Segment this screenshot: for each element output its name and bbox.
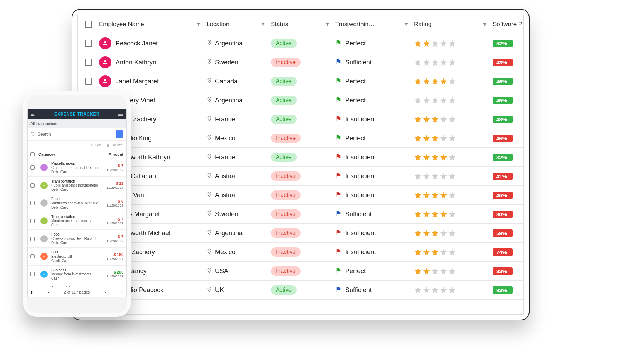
col-rating[interactable]: Rating: [414, 21, 493, 28]
options-icon[interactable]: [118, 111, 123, 117]
table-row[interactable]: Jack CallahanAustriaInactiveInsufficient…: [78, 167, 523, 186]
location-text: Mexico: [215, 248, 235, 256]
location-text: Sweden: [215, 59, 238, 66]
table-row[interactable]: Anton KathrynSwedenInactiveSufficient43%: [78, 53, 523, 72]
tx-header: Category Amount: [28, 150, 126, 159]
table-row[interactable]: Janet VanAustriaInactiveInsufficient46%: [78, 186, 523, 205]
list-item[interactable]: •BillsElectricity billCredit Card$ 18011…: [28, 248, 126, 266]
tx-checkbox[interactable]: [30, 237, 35, 241]
flag-icon: [335, 210, 342, 218]
filter-icon[interactable]: [403, 21, 409, 27]
pager-next[interactable]: ›: [104, 290, 106, 294]
table-row[interactable]: Fleet ZacheryMexicoInactiveInsufficient7…: [78, 243, 523, 262]
edit-button[interactable]: ✎ Edit: [90, 143, 101, 147]
pager-first[interactable]: |‹: [31, 290, 34, 294]
col-label: Status: [271, 21, 288, 28]
filter-icon[interactable]: [260, 21, 266, 27]
search-button[interactable]: [116, 130, 123, 138]
employee-name: Peacock Janet: [116, 40, 158, 47]
avatar: [99, 56, 111, 68]
delete-button[interactable]: 🗑 Delete: [106, 143, 123, 147]
location-text: USA: [215, 267, 228, 275]
menu-icon[interactable]: [30, 111, 36, 117]
pager-prev[interactable]: ‹: [48, 290, 49, 294]
table-row[interactable]: Davolio KingMexicoInactivePerfect46%: [78, 129, 523, 148]
table-row[interactable]: Dodsworth MichaelArgentinaInactiveInsuff…: [78, 224, 523, 243]
select-all-checkbox[interactable]: [85, 21, 92, 28]
location-pin-icon: [206, 210, 212, 219]
location-pin-icon: [206, 115, 212, 124]
rating-stars[interactable]: [414, 286, 493, 294]
flag-icon: [335, 229, 342, 237]
filter-icon[interactable]: [482, 21, 488, 27]
search-bar: [28, 128, 126, 141]
tx-checkbox[interactable]: [30, 183, 35, 188]
tx-checkbox[interactable]: [30, 219, 35, 223]
col-status[interactable]: Status: [271, 21, 335, 28]
tx-checkbox[interactable]: [30, 165, 35, 170]
rating-stars[interactable]: [414, 210, 493, 218]
list-item[interactable]: •FoodMuffuletta sandwich, Mint juleDebit…: [28, 194, 126, 212]
flag-icon: [335, 39, 342, 48]
rating-stars[interactable]: [414, 39, 493, 47]
rating-stars[interactable]: [414, 77, 493, 85]
location-pin-icon: [206, 96, 212, 105]
table-row[interactable]: Dodsworth KathrynFranceActiveInsufficien…: [78, 148, 523, 167]
software-badge: 46%: [493, 78, 513, 85]
list-item[interactable]: •BusinessIncome from investmentsCash$ 20…: [28, 266, 126, 284]
col-trustworthiness[interactable]: Trustworthin…: [335, 21, 414, 28]
search-icon: [30, 132, 35, 137]
svg-point-1: [209, 60, 210, 61]
app-topbar: EXPENSE TRACKER: [28, 109, 126, 119]
filter-icon[interactable]: [325, 21, 330, 27]
pager-last[interactable]: ›|: [120, 290, 123, 294]
list-item[interactable]: •TransportationCars and trucks, usedCred…: [28, 283, 126, 287]
table-row[interactable]: Van NancyUSAInactivePerfect33%: [78, 262, 523, 281]
location-pin-icon: [206, 172, 212, 181]
tx-checkbox[interactable]: [30, 201, 35, 205]
search-input[interactable]: [38, 132, 113, 137]
location-pin-icon: [206, 134, 212, 143]
svg-point-12: [209, 269, 210, 270]
list-item[interactable]: •MiscellaneousCinema, International Rele…: [28, 159, 126, 177]
filter-icon[interactable]: [196, 21, 201, 27]
tx-checkbox[interactable]: [30, 272, 35, 276]
rating-stars[interactable]: [414, 248, 493, 256]
col-software[interactable]: Software P: [493, 21, 524, 28]
rating-stars[interactable]: [414, 191, 493, 199]
select-all-tx-checkbox[interactable]: [30, 152, 35, 156]
rating-stars[interactable]: [414, 134, 493, 142]
tx-description: TransportationMaintenance and repairsCas…: [51, 214, 100, 228]
row-checkbox[interactable]: [85, 59, 92, 66]
list-item[interactable]: •TransportationPublic and other transpor…: [28, 177, 126, 195]
section-heading: All Transactions: [28, 119, 126, 128]
flag-icon: [335, 115, 342, 124]
row-checkbox[interactable]: [85, 78, 92, 85]
location-text: Austria: [215, 173, 235, 180]
tx-checkbox[interactable]: [30, 254, 35, 258]
table-row[interactable]: Bergs MargaretSwedenInactiveSufficient30…: [78, 205, 523, 224]
flag-icon: [335, 191, 342, 199]
table-row[interactable]: Janet MargaretCanadaActivePerfect46%: [78, 72, 523, 91]
table-row[interactable]: Zachery VinetArgentinaActivePerfect45%: [78, 91, 523, 110]
rating-stars[interactable]: [414, 58, 493, 66]
location-text: Argentina: [215, 40, 243, 47]
rating-stars[interactable]: [414, 172, 493, 180]
category-icon: •: [40, 164, 48, 171]
col-employee-name[interactable]: Employee Name: [99, 21, 206, 28]
table-row[interactable]: Peacock JanetArgentinaActivePerfect52%: [78, 34, 523, 53]
table-row[interactable]: Janet ZacheryFranceActiveInsufficient48%: [78, 110, 523, 129]
software-badge: 30%: [493, 211, 513, 218]
trust-text: Insufficient: [345, 116, 376, 123]
rating-stars[interactable]: [414, 229, 493, 237]
row-checkbox[interactable]: [85, 40, 92, 47]
rating-stars[interactable]: [414, 153, 493, 161]
rating-stars[interactable]: [414, 267, 493, 275]
rating-stars[interactable]: [414, 115, 493, 123]
col-location[interactable]: Location: [206, 21, 271, 28]
list-item[interactable]: •TransportationMaintenance and repairsCa…: [28, 212, 126, 230]
table-row[interactable]: Davolio PeacockUKActiveSufficient93%: [78, 281, 523, 300]
software-badge: 33%: [493, 267, 513, 275]
rating-stars[interactable]: [414, 96, 493, 104]
list-item[interactable]: •FoodCheese straws, Red Rock ColaDebit C…: [28, 230, 126, 248]
